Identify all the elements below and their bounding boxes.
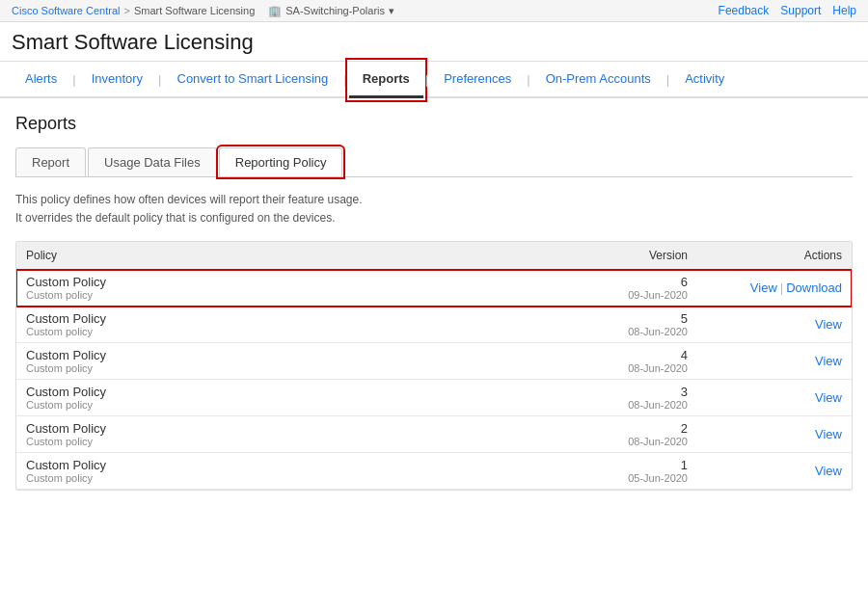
policy-table-container: Policy Version Actions Custom Policy Cus… [15, 241, 853, 491]
table-row: Custom Policy Custom policy 2 08-Jun-202… [16, 416, 852, 453]
policy-name: Custom Policy [26, 348, 572, 362]
nav-convert[interactable]: Convert to Smart Licensing [164, 62, 342, 98]
table-row: Custom Policy Custom policy 3 08-Jun-202… [16, 380, 852, 416]
policy-name: Custom Policy [26, 385, 572, 399]
top-bar: Cisco Software Central > Smart Software … [0, 0, 868, 22]
dropdown-icon[interactable]: ▾ [389, 5, 394, 17]
policy-subtitle: Custom policy [26, 399, 572, 411]
policy-date: 05-Jun-2020 [628, 472, 688, 484]
page-title: Smart Software Licensing [12, 30, 254, 55]
policy-subtitle: Custom policy [26, 362, 572, 374]
nav-alerts[interactable]: Alerts [12, 62, 70, 98]
nav-activity[interactable]: Activity [671, 62, 738, 98]
policy-subtitle: Custom policy [26, 289, 572, 301]
breadcrumb-separator: > [124, 5, 130, 16]
policy-version: 3 [681, 385, 688, 399]
tab-report[interactable]: Report [15, 147, 86, 176]
action-view-link[interactable]: View [815, 464, 842, 478]
policy-version: 4 [681, 348, 688, 362]
breadcrumb-current: Smart Software Licensing [134, 5, 255, 16]
action-download-link[interactable]: Download [786, 280, 842, 295]
action-view-link[interactable]: View [815, 390, 842, 405]
policy-table: Policy Version Actions Custom Policy Cus… [16, 242, 852, 490]
breadcrumb: Cisco Software Central > Smart Software … [12, 5, 394, 17]
nav-reports[interactable]: Reports [349, 62, 423, 98]
table-row: Custom Policy Custom policy 4 08-Jun-202… [16, 343, 852, 380]
policy-version: 2 [681, 421, 688, 436]
action-view-link[interactable]: View [815, 354, 842, 368]
support-link[interactable]: Support [780, 4, 821, 17]
policy-name: Custom Policy [26, 311, 572, 326]
policy-subtitle: Custom policy [26, 472, 572, 484]
action-view-link[interactable]: View [815, 427, 842, 441]
reports-heading: Reports [15, 114, 853, 134]
policy-version: 5 [681, 311, 688, 326]
description-line2: It overrides the default policy that is … [15, 209, 853, 227]
col-actions: Actions [697, 242, 852, 270]
table-row: Custom Policy Custom policy 5 08-Jun-202… [16, 306, 852, 343]
policy-subtitle: Custom policy [26, 436, 572, 447]
policy-version: 1 [681, 458, 688, 472]
device-name: SA-Switching-Polaris [285, 5, 385, 16]
policy-date: 08-Jun-2020 [628, 399, 688, 411]
policy-actions-cell: View [697, 343, 852, 380]
policy-actions-cell: View [697, 416, 852, 453]
policy-subtitle: Custom policy [26, 326, 572, 337]
action-view-link[interactable]: View [815, 317, 842, 332]
policy-name: Custom Policy [26, 421, 572, 436]
policy-date: 09-Jun-2020 [628, 289, 688, 301]
nav-preferences[interactable]: Preferences [430, 62, 525, 98]
policy-description: This policy defines how often devices wi… [15, 191, 853, 227]
policy-version: 6 [681, 275, 688, 289]
col-policy: Policy [16, 242, 582, 270]
policy-actions-cell: View [697, 380, 852, 416]
table-row: Custom Policy Custom policy 6 09-Jun-202… [16, 270, 852, 306]
policy-name: Custom Policy [26, 275, 572, 289]
action-separator: | [780, 280, 783, 295]
policy-date: 08-Jun-2020 [628, 436, 688, 447]
nav-onprem[interactable]: On-Prem Accounts [532, 62, 665, 98]
tab-reporting-policy[interactable]: Reporting Policy [219, 147, 343, 176]
policy-date: 08-Jun-2020 [628, 362, 688, 374]
nav-inventory[interactable]: Inventory [78, 62, 156, 98]
top-bar-links: Feedback Support Help [719, 4, 856, 17]
page-content: Reports Report Usage Data Files Reportin… [0, 98, 868, 506]
main-nav: Alerts | Inventory | Convert to Smart Li… [0, 62, 868, 98]
policy-date: 08-Jun-2020 [628, 326, 688, 337]
help-link[interactable]: Help [832, 4, 856, 17]
page-header: Smart Software Licensing [0, 22, 868, 62]
sub-tabs: Report Usage Data Files Reporting Policy [15, 147, 853, 177]
policy-name: Custom Policy [26, 458, 572, 472]
tab-usage-data-files[interactable]: Usage Data Files [88, 147, 217, 176]
description-line1: This policy defines how often devices wi… [15, 191, 853, 209]
col-version: Version [582, 242, 697, 270]
action-view-link[interactable]: View [750, 280, 777, 295]
feedback-link[interactable]: Feedback [719, 4, 770, 17]
table-row: Custom Policy Custom policy 1 05-Jun-202… [16, 453, 852, 490]
policy-actions-cell: View [697, 306, 852, 343]
cisco-software-central-link[interactable]: Cisco Software Central [12, 5, 121, 16]
building-icon: 🏢 [268, 5, 282, 17]
policy-actions-cell: View|Download [697, 270, 852, 306]
table-header-row: Policy Version Actions [16, 242, 852, 270]
policy-actions-cell: View [697, 453, 852, 490]
